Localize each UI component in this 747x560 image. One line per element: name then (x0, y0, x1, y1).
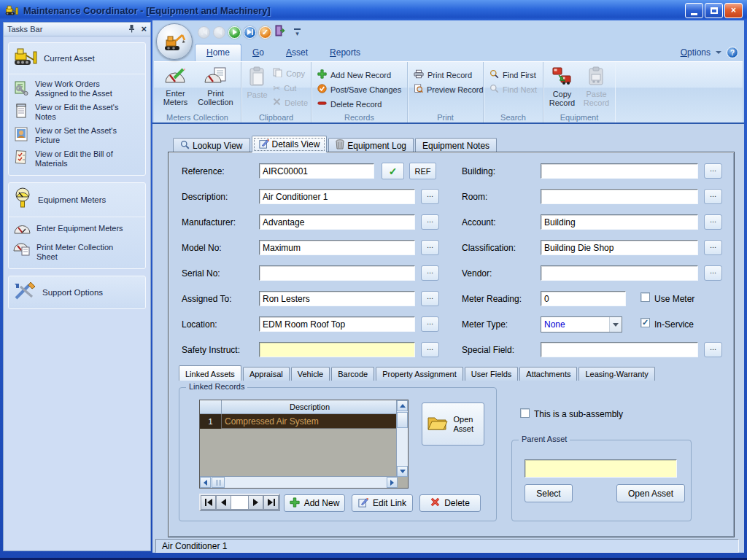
enter-meters-button[interactable]: Enter Meters (155, 64, 196, 111)
location-browse-button[interactable]: ... (421, 316, 439, 332)
assigned-to-browse-button[interactable]: ... (421, 291, 439, 306)
subtab-linked-assets[interactable]: Linked Assets (179, 365, 241, 381)
room-input[interactable] (541, 189, 698, 204)
qat-previous-record-button[interactable] (213, 26, 225, 39)
nav-last-button[interactable] (263, 495, 279, 510)
meter-reading-input[interactable] (541, 291, 626, 306)
qat-post-save-button[interactable]: ✓ (259, 26, 271, 39)
paste-button[interactable]: Paste (243, 64, 271, 111)
classification-input[interactable] (541, 240, 698, 255)
qat-last-record-button[interactable] (244, 26, 256, 39)
minimize-button[interactable] (685, 3, 703, 18)
add-new-button[interactable]: Add New (284, 494, 345, 512)
qat-exit-button[interactable] (274, 25, 285, 39)
find-next-button[interactable]: Find Next (489, 83, 537, 96)
nav-first-button[interactable] (201, 495, 216, 510)
current-asset-header[interactable]: Current Asset (9, 43, 145, 74)
subtab-property-assignment[interactable]: Property Assignment (376, 367, 463, 381)
serial-no-input[interactable] (259, 265, 415, 281)
account-browse-button[interactable]: ... (704, 214, 722, 230)
ribbon-tab-home[interactable]: Home (195, 44, 241, 61)
sidebar-item-edit-notes[interactable]: View or Edit the Asset's Notes (10, 101, 144, 124)
vendor-browse-button[interactable]: ... (704, 265, 722, 281)
safety-instruct-browse-button[interactable]: ... (421, 342, 439, 357)
app-menu-button[interactable] (156, 23, 193, 60)
nav-next-button[interactable] (248, 495, 263, 510)
sidebar-item-set-picture[interactable]: View or Set the Asset's Picture (10, 124, 144, 147)
building-input[interactable] (541, 163, 698, 179)
paste-record-button[interactable]: Paste Record (579, 64, 614, 111)
vertical-scroll-thumb[interactable] (397, 412, 408, 428)
meter-type-select[interactable]: None (541, 316, 622, 332)
find-first-button[interactable]: Find First (489, 69, 537, 81)
manufacturer-input[interactable] (259, 214, 415, 230)
delete-record-button[interactable]: Delete Record (317, 98, 401, 110)
open-asset-button[interactable]: Open Asset (422, 402, 484, 446)
assigned-to-input[interactable] (259, 291, 415, 306)
special-field-browse-button[interactable]: ... (704, 342, 722, 357)
account-input[interactable] (541, 214, 698, 230)
help-button[interactable]: ? (727, 47, 738, 58)
sidebar-item-view-work-orders[interactable]: View Work Orders Assigned to the Asset (10, 77, 144, 101)
description-input[interactable] (259, 189, 415, 204)
reference-input[interactable] (259, 163, 374, 179)
ribbon-tab-asset[interactable]: Asset (275, 44, 319, 61)
qat-first-record-button[interactable] (198, 26, 210, 39)
horizontal-scroll-thumb[interactable] (212, 477, 225, 488)
qat-customize-button[interactable]: ▾ (293, 28, 302, 36)
open-parent-asset-button[interactable]: Open Asset (616, 484, 685, 502)
subtab-vehicle[interactable]: Vehicle (291, 367, 330, 381)
copy-button[interactable]: Copy (273, 67, 308, 79)
scroll-up-button[interactable] (397, 400, 408, 411)
special-field-input[interactable] (541, 342, 698, 357)
sub-assembly-checkbox[interactable] (520, 408, 530, 418)
tab-lookup-view[interactable]: Lookup View (173, 138, 250, 152)
parent-asset-input[interactable] (525, 459, 677, 478)
model-no-input[interactable] (259, 240, 415, 255)
classification-browse-button[interactable]: ... (704, 240, 722, 255)
maximize-button[interactable] (705, 3, 723, 18)
equipment-meters-header[interactable]: Equipment Meters (9, 183, 145, 217)
select-parent-button[interactable]: Select (525, 484, 573, 502)
use-meter-checkbox[interactable] (640, 292, 650, 302)
copy-record-button[interactable]: Copy Record (545, 64, 579, 111)
subtab-user-fields[interactable]: User Fields (465, 367, 519, 381)
serial-no-browse-button[interactable]: ... (421, 265, 439, 281)
location-input[interactable] (259, 316, 415, 332)
scroll-left-button[interactable] (200, 477, 211, 488)
ribbon-tab-go[interactable]: Go (241, 44, 275, 61)
pin-icon[interactable] (128, 24, 135, 34)
vendor-input[interactable] (541, 265, 698, 281)
delete-link-button[interactable]: Delete (419, 494, 481, 512)
table-row[interactable]: Compressed Air System (222, 414, 398, 429)
preview-record-button[interactable]: Preview Record (414, 83, 477, 96)
nav-previous-button[interactable] (216, 495, 231, 510)
horizontal-scrollbar[interactable] (200, 476, 398, 488)
tab-equipment-notes[interactable]: Equipment Notes (415, 138, 497, 152)
close-button[interactable]: × (724, 3, 743, 18)
post-save-changes-button[interactable]: Post/Save Changes (317, 83, 401, 96)
tasks-bar-close-icon[interactable]: × (141, 26, 147, 33)
subtab-barcode[interactable]: Barcode (331, 367, 374, 381)
row-number-cell[interactable]: 1 (200, 414, 222, 429)
scroll-right-button[interactable] (387, 477, 398, 488)
combo-dropdown-button[interactable] (609, 317, 622, 332)
options-menu[interactable]: Options (681, 47, 711, 58)
in-service-checkbox[interactable]: ✓ (640, 318, 650, 327)
safety-instruct-input[interactable] (259, 342, 415, 357)
edit-link-button[interactable]: Edit Link (352, 494, 413, 512)
clipboard-delete-button[interactable]: Delete (273, 96, 308, 109)
sidebar-item-print-meter-sheet[interactable]: Print Meter Collection Sheet (10, 239, 144, 264)
subtab-leasing-warranty[interactable]: Leasing-Warranty (578, 367, 654, 381)
add-new-record-button[interactable]: Add New Record (317, 69, 401, 81)
subtab-appraisal[interactable]: Appraisal (243, 367, 290, 381)
vertical-scrollbar[interactable] (396, 400, 408, 477)
qat-next-record-button[interactable] (228, 26, 241, 39)
reference-validate-button[interactable]: ✓ (382, 163, 404, 179)
manufacturer-browse-button[interactable]: ... (421, 214, 439, 230)
ref-button[interactable]: REF (409, 163, 436, 179)
print-record-button[interactable]: Print Record (414, 69, 477, 81)
cut-button[interactable]: ✂ Cut (273, 82, 308, 94)
tab-details-view[interactable]: Details View (252, 136, 328, 152)
description-column-header[interactable]: Description (222, 400, 398, 414)
